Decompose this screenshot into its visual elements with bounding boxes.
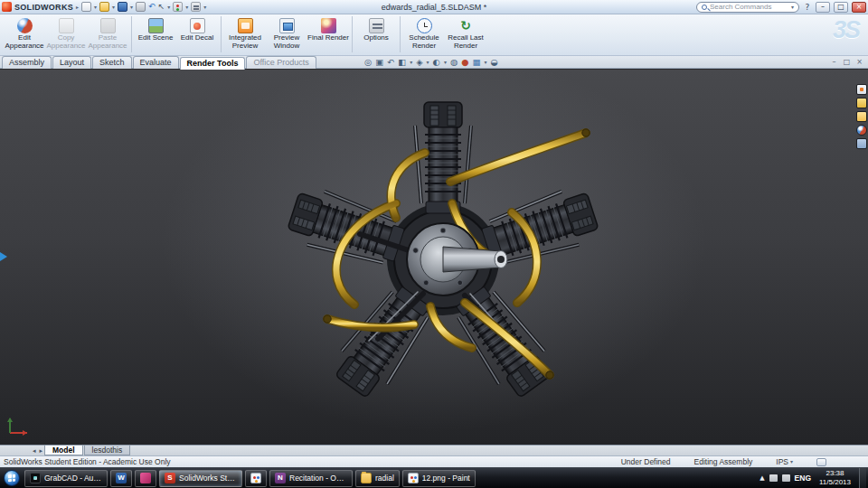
edit-appearance-viewport-icon[interactable]: ●: [461, 57, 468, 68]
taskbar-button-onenote[interactable]: N Recitation - One...: [269, 470, 353, 487]
hide-show-icon[interactable]: ◍: [450, 57, 458, 68]
edit-scene-button[interactable]: Edit Scene: [135, 15, 176, 54]
integrated-preview-button[interactable]: Integrated Preview: [224, 15, 266, 54]
design-library-icon[interactable]: [856, 98, 867, 108]
help-icon[interactable]: ?: [803, 3, 812, 12]
schedule-render-icon: [417, 18, 432, 33]
recall-last-render-button[interactable]: ↻ Recall Last Render: [445, 15, 486, 54]
ribbon-button-label: Edit Decal: [181, 34, 213, 42]
taskbar-button-paint-pinned[interactable]: [245, 470, 267, 487]
start-button[interactable]: [4, 470, 20, 486]
zoom-fit-icon[interactable]: ◎: [364, 57, 372, 68]
show-desktop-button[interactable]: [859, 468, 866, 488]
viewport-restore-button[interactable]: □: [842, 57, 852, 67]
ribbon-button-label: Recall Last Render: [445, 34, 486, 51]
hidden-icons-arrow[interactable]: ▲: [760, 474, 764, 482]
taskbar-button-label: radial: [375, 474, 394, 483]
model-tab[interactable]: Model: [44, 446, 83, 455]
tab-layout[interactable]: Layout: [52, 56, 91, 69]
system-tray: ▲ ENG 23:38 11/5/2013: [760, 468, 866, 488]
search-commands-box[interactable]: Search Commands ▾: [696, 2, 799, 13]
document-title: edwards_radial_5.SLDASM *: [382, 3, 487, 12]
options-caret-icon[interactable]: ▾: [203, 5, 206, 10]
new-document-icon[interactable]: [81, 2, 91, 12]
taskbar-button-radial-folder[interactable]: radial: [355, 470, 400, 487]
edit-appearance-button[interactable]: Edit Appearance: [4, 15, 45, 54]
display-style-icon[interactable]: ◐: [433, 57, 440, 68]
edit-decal-icon: [190, 18, 205, 33]
save-caret-icon[interactable]: ▾: [130, 5, 133, 10]
options-gear-icon[interactable]: [191, 2, 201, 12]
select-caret-icon[interactable]: ▾: [167, 5, 170, 10]
section-view-icon[interactable]: ◧: [398, 57, 406, 68]
graphics-area[interactable]: [0, 70, 868, 445]
search-caret-icon[interactable]: ▾: [791, 5, 794, 10]
schedule-render-button[interactable]: Schedule Render: [403, 15, 445, 54]
view-orientation-icon[interactable]: ◈: [416, 57, 422, 68]
heads-up-view-toolbar: ◎ ▣ ↶ ◧ ▾ ◈ ▾ ◐ ▾ ◍ ● ▦ ▾ ◒: [364, 57, 498, 68]
rebuild-icon[interactable]: [173, 2, 183, 12]
taskbar-button-app[interactable]: [135, 470, 156, 487]
taskbar-button-label: Recitation - One...: [289, 474, 347, 483]
edit-decal-button[interactable]: Edit Decal: [176, 15, 218, 54]
action-center-icon[interactable]: [769, 474, 778, 482]
viewport-minimize-button[interactable]: –: [829, 57, 839, 67]
motion-study-tab[interactable]: lesdothis: [84, 446, 131, 455]
close-button[interactable]: ×: [852, 2, 866, 13]
ribbon-button-label: Edit Appearance: [4, 34, 45, 51]
sheet-tab-next-icon[interactable]: ▸: [38, 447, 45, 455]
titlebar: SOLIDWORKS ▸ ▾ ▾ ▾ ↶ ↖ ▾ ▾ ▾ edwards_rad…: [0, 0, 868, 14]
scene-caret-icon[interactable]: ▾: [484, 60, 486, 65]
preview-window-button[interactable]: Preview Window: [266, 15, 307, 54]
taskbar-button-word[interactable]: W: [110, 470, 132, 487]
print-icon[interactable]: [136, 2, 146, 12]
previous-view-icon[interactable]: ↶: [387, 57, 394, 68]
save-icon[interactable]: [118, 2, 127, 12]
minimize-button[interactable]: –: [816, 2, 830, 13]
tab-render-tools[interactable]: Render Tools: [180, 57, 246, 70]
options-button[interactable]: Options: [355, 15, 397, 54]
units-selector[interactable]: IPS ▾: [776, 457, 793, 466]
view-settings-icon[interactable]: ◒: [490, 57, 497, 68]
tab-evaluate[interactable]: Evaluate: [133, 56, 179, 69]
file-explorer-icon[interactable]: [856, 111, 867, 122]
select-icon[interactable]: ↖: [158, 2, 165, 12]
tab-sketch[interactable]: Sketch: [92, 56, 132, 69]
undo-icon[interactable]: ↶: [148, 2, 156, 12]
ribbon-button-label: Edit Scene: [138, 34, 174, 42]
final-render-button[interactable]: Final Render: [307, 15, 349, 54]
taskbar-button-solidworks[interactable]: S SolidWorks Stud...: [159, 470, 242, 487]
new-caret-icon[interactable]: ▾: [94, 5, 97, 10]
ribbon-button-label: Paste Appearance: [87, 34, 128, 51]
final-render-icon: [321, 18, 336, 33]
status-bar: SolidWorks Student Edition - Academic Us…: [0, 455, 868, 467]
custom-properties-icon[interactable]: [856, 138, 867, 149]
copy-appearance-button[interactable]: Copy Appearance: [45, 15, 87, 54]
zoom-area-icon[interactable]: ▣: [375, 57, 383, 68]
maximize-button[interactable]: □: [834, 2, 848, 13]
clock[interactable]: 23:38 11/5/2013: [816, 469, 854, 486]
open-caret-icon[interactable]: ▾: [112, 5, 115, 10]
language-indicator[interactable]: ENG: [795, 474, 811, 483]
taskpane-resources-icon[interactable]: [856, 84, 867, 95]
quick-tips-icon[interactable]: [816, 458, 826, 466]
display-style-caret-icon[interactable]: ▾: [444, 60, 447, 65]
tray-time: 23:38: [826, 469, 844, 478]
sheet-tab-prev-icon[interactable]: ◂: [31, 447, 38, 455]
orientation-caret-icon[interactable]: ▾: [427, 60, 429, 65]
viewport-close-button[interactable]: ×: [854, 57, 864, 67]
section-caret-icon[interactable]: ▾: [410, 60, 412, 65]
appearances-icon[interactable]: [856, 125, 867, 136]
menu-expand-arrow-icon[interactable]: ▸: [76, 5, 79, 10]
paste-appearance-button[interactable]: Paste Appearance: [87, 15, 128, 54]
network-icon[interactable]: [782, 474, 790, 482]
tab-assembly[interactable]: Assembly: [2, 56, 52, 69]
taskbar-button-grabcad[interactable]: GrabCAD - Aurora: [24, 470, 108, 487]
taskbar-button-paint-12png[interactable]: 12.png - Paint: [402, 470, 476, 487]
expand-panel-arrow-icon[interactable]: [0, 252, 7, 261]
tab-office-products[interactable]: Office Products: [246, 56, 316, 69]
rebuild-caret-icon[interactable]: ▾: [185, 5, 188, 10]
apply-scene-icon[interactable]: ▦: [472, 57, 480, 68]
ribbon-button-label: Preview Window: [266, 34, 307, 51]
open-icon[interactable]: [99, 2, 109, 12]
